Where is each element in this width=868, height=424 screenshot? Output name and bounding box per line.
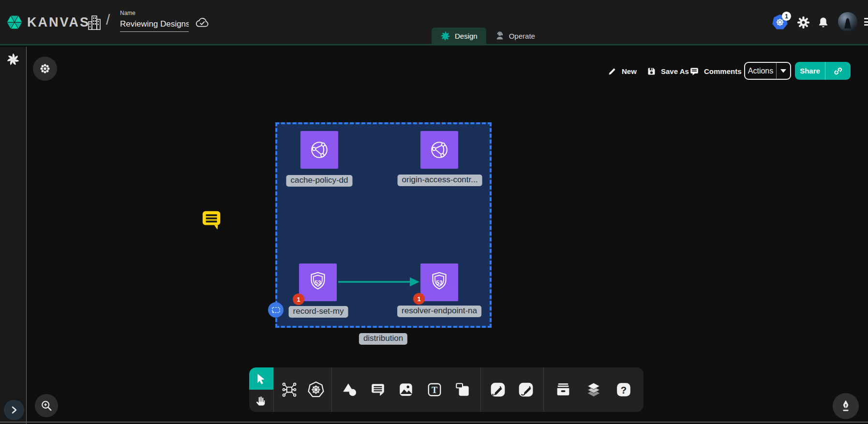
overflow-menu-icon[interactable] bbox=[864, 18, 868, 28]
dock-draw-section bbox=[481, 367, 544, 412]
node-record-set[interactable]: 53 bbox=[299, 263, 337, 301]
resolver-endpoint-issue-badge[interactable]: 1 bbox=[413, 293, 425, 305]
operate-headset-icon bbox=[495, 31, 505, 41]
settings-gear-icon[interactable] bbox=[797, 16, 810, 29]
new-button-label: New bbox=[622, 67, 637, 75]
save-as-button-label: Save As bbox=[661, 67, 689, 75]
node-cache-policy[interactable] bbox=[300, 131, 338, 169]
archive-tool[interactable] bbox=[553, 379, 574, 400]
pan-tool[interactable] bbox=[249, 390, 273, 412]
sticky-note-icon bbox=[454, 381, 471, 398]
svg-text:53: 53 bbox=[436, 279, 443, 286]
node-label-record-set[interactable]: record-set-my bbox=[289, 306, 348, 318]
actions-button-label: Actions bbox=[745, 67, 776, 75]
svg-text:?: ? bbox=[621, 385, 627, 395]
avatar-figure bbox=[842, 17, 853, 30]
tab-design[interactable]: Design bbox=[432, 28, 486, 44]
hand-icon bbox=[255, 395, 268, 407]
route53-shield-icon: 53 bbox=[428, 271, 451, 294]
selection-rect-icon bbox=[271, 307, 281, 314]
cloud-sync-icon bbox=[195, 16, 210, 29]
pencil-sketch-icon bbox=[518, 381, 534, 398]
node-label-origin-access-control[interactable]: origin-access-contr... bbox=[398, 175, 482, 186]
notifications-bell-icon[interactable] bbox=[817, 16, 829, 29]
component-tool[interactable] bbox=[279, 379, 300, 400]
whiteboard-pen-button[interactable] bbox=[833, 393, 859, 419]
dock-infra-section bbox=[274, 367, 332, 412]
comments-button[interactable]: Comments bbox=[689, 64, 742, 78]
kanvas-app: KANVAS / Name bbox=[0, 0, 868, 424]
dock-manage-section: ? bbox=[544, 367, 644, 412]
group-selection-badge[interactable] bbox=[268, 302, 284, 318]
pencil-new-icon bbox=[607, 66, 617, 76]
design-swirl-icon bbox=[440, 31, 450, 41]
node-label-resolver-endpoint[interactable]: resolver-endpoint-na bbox=[397, 306, 481, 317]
edge-record-set-to-resolver[interactable] bbox=[337, 275, 420, 289]
actions-split-button[interactable]: Actions bbox=[744, 62, 791, 80]
group-label-distribution[interactable]: distribution bbox=[359, 333, 407, 345]
save-as-button[interactable]: Save As bbox=[646, 64, 689, 78]
sidebar-expand-button[interactable] bbox=[4, 400, 24, 420]
zoom-in-icon bbox=[40, 399, 53, 412]
floppy-save-icon bbox=[646, 66, 657, 76]
kubernetes-helm-icon bbox=[307, 381, 325, 398]
sidebar-swirl-icon[interactable] bbox=[6, 53, 20, 66]
help-tool[interactable]: ? bbox=[613, 379, 634, 400]
canvas-widgets-button[interactable] bbox=[33, 57, 57, 81]
route53-shield-icon: 53 bbox=[306, 271, 329, 294]
image-tool[interactable] bbox=[395, 379, 417, 400]
zoom-in-button[interactable] bbox=[35, 394, 58, 417]
layers-tool[interactable] bbox=[583, 379, 604, 400]
tab-operate[interactable]: Operate bbox=[486, 28, 544, 44]
comment-tool[interactable] bbox=[367, 379, 389, 400]
cloudfront-globe-icon bbox=[428, 138, 451, 161]
image-icon bbox=[398, 381, 414, 398]
left-sidebar bbox=[0, 47, 27, 424]
breadcrumb-separator: / bbox=[106, 12, 110, 28]
layers-icon bbox=[585, 381, 602, 398]
logo-text: KANVAS bbox=[27, 15, 90, 30]
text-tool[interactable]: T bbox=[424, 379, 445, 400]
share-button-label: Share bbox=[795, 67, 825, 75]
chevron-right-icon bbox=[9, 405, 19, 415]
node-origin-access-control[interactable] bbox=[420, 131, 458, 169]
cursor-icon bbox=[255, 372, 268, 385]
design-name-input[interactable] bbox=[120, 18, 189, 32]
kanvas-logo[interactable]: KANVAS bbox=[6, 13, 90, 31]
actions-dropdown-button[interactable] bbox=[777, 69, 790, 73]
kubernetes-context-count-badge[interactable]: 1 bbox=[782, 12, 791, 21]
share-split-button[interactable]: Share bbox=[795, 62, 851, 80]
pen-path-icon bbox=[490, 381, 506, 398]
new-button[interactable]: New bbox=[607, 64, 637, 78]
organization-building-icon[interactable] bbox=[87, 15, 102, 31]
svg-text:53: 53 bbox=[314, 279, 321, 286]
node-label-cache-policy[interactable]: cache-policy-dd bbox=[286, 175, 352, 187]
tab-operate-label: Operate bbox=[509, 32, 535, 40]
mode-tabs: Design Operate bbox=[432, 28, 544, 44]
pen-nib-icon bbox=[838, 399, 853, 413]
design-name-label: Name bbox=[120, 10, 189, 16]
kanvas-logo-icon bbox=[6, 13, 23, 31]
component-chip-icon bbox=[281, 381, 298, 398]
cloudfront-globe-icon bbox=[308, 138, 331, 161]
comment-bubble-icon bbox=[689, 66, 700, 76]
canvas-comment-pin[interactable] bbox=[200, 208, 223, 231]
select-tool[interactable] bbox=[249, 367, 273, 390]
design-name-field: Name bbox=[120, 10, 189, 32]
drawer-archive-icon bbox=[554, 381, 572, 398]
kubernetes-tool[interactable] bbox=[305, 379, 327, 400]
pen-tool[interactable] bbox=[487, 379, 509, 400]
comment-bubble-icon bbox=[370, 381, 386, 398]
sketch-tool[interactable] bbox=[515, 379, 537, 400]
note-tool[interactable] bbox=[452, 379, 473, 400]
shapes-icon bbox=[342, 381, 358, 398]
record-set-issue-badge[interactable]: 1 bbox=[293, 293, 304, 305]
shapes-tool[interactable] bbox=[339, 379, 360, 400]
tool-dock: T bbox=[249, 367, 644, 412]
user-avatar[interactable] bbox=[838, 12, 857, 31]
app-header: KANVAS / Name bbox=[0, 0, 868, 45]
window-bottom-edge bbox=[0, 422, 868, 423]
copy-link-button[interactable] bbox=[825, 66, 851, 76]
comments-button-label: Comments bbox=[704, 67, 742, 75]
node-resolver-endpoint[interactable]: 53 bbox=[420, 263, 458, 301]
